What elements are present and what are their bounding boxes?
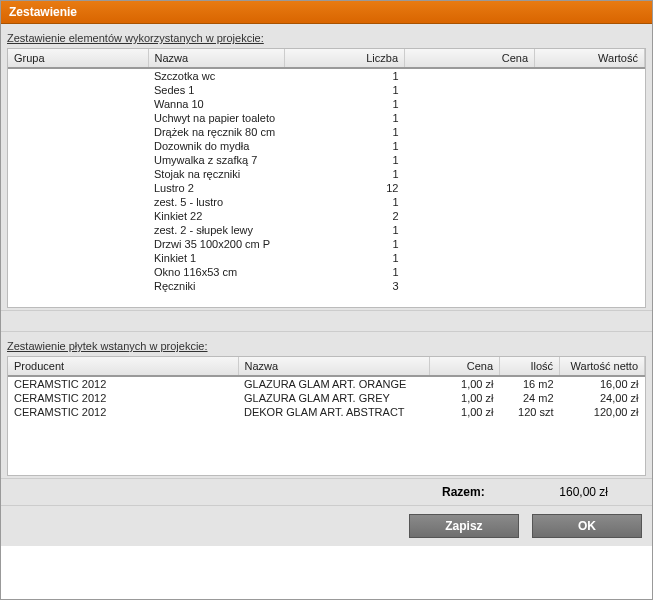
col-wartosc-netto[interactable]: Wartość netto bbox=[560, 357, 645, 376]
cell-ilosc: 16 m2 bbox=[500, 376, 560, 391]
cell-nazwa: zest. 2 - słupek lewy bbox=[148, 223, 285, 237]
table-row[interactable]: Szczotka wc1 bbox=[8, 68, 645, 83]
cell-cena bbox=[405, 279, 535, 293]
cell-nazwa: Lustro 2 bbox=[148, 181, 285, 195]
cell-wn: 24,00 zł bbox=[560, 391, 645, 405]
cell-liczba: 1 bbox=[285, 68, 405, 83]
cell-wn: 16,00 zł bbox=[560, 376, 645, 391]
col-cena[interactable]: Cena bbox=[405, 49, 535, 68]
section-elements: Zestawienie elementów wykorzystanych w p… bbox=[1, 24, 652, 310]
summary-label: Razem: bbox=[442, 485, 485, 499]
cell-grupa bbox=[8, 265, 148, 279]
button-bar: Zapisz OK bbox=[1, 505, 652, 546]
cell-wartosc bbox=[535, 279, 645, 293]
elements-table-wrap: Grupa Nazwa Liczba Cena Wartość Szczotka… bbox=[7, 48, 646, 308]
table-row[interactable]: Drążek na ręcznik 80 cm1 bbox=[8, 125, 645, 139]
table-row[interactable]: Stojak na ręczniki1 bbox=[8, 167, 645, 181]
cell-cena bbox=[405, 237, 535, 251]
col-grupa[interactable]: Grupa bbox=[8, 49, 148, 68]
cell-liczba: 1 bbox=[285, 251, 405, 265]
cell-liczba: 1 bbox=[285, 167, 405, 181]
table-row[interactable]: zest. 2 - słupek lewy1 bbox=[8, 223, 645, 237]
col-producent[interactable]: Producent bbox=[8, 357, 238, 376]
cell-producent: CERAMSTIC 2012 bbox=[8, 376, 238, 391]
table-row[interactable]: Kinkiet 11 bbox=[8, 251, 645, 265]
cell-wartosc bbox=[535, 167, 645, 181]
cell-grupa bbox=[8, 237, 148, 251]
cell-producent: CERAMSTIC 2012 bbox=[8, 391, 238, 405]
cell-liczba: 1 bbox=[285, 125, 405, 139]
cell-cena bbox=[405, 195, 535, 209]
cell-liczba: 1 bbox=[285, 111, 405, 125]
cell-grupa bbox=[8, 68, 148, 83]
table-row[interactable]: Umywalka z szafką 71 bbox=[8, 153, 645, 167]
table-row[interactable]: Kinkiet 222 bbox=[8, 209, 645, 223]
table-row[interactable]: Lustro 212 bbox=[8, 181, 645, 195]
cell-nazwa: GLAZURA GLAM ART. ORANGE bbox=[238, 376, 430, 391]
cell-grupa bbox=[8, 83, 148, 97]
cell-liczba: 1 bbox=[285, 265, 405, 279]
cell-wartosc bbox=[535, 251, 645, 265]
section-elements-title: Zestawienie elementów wykorzystanych w p… bbox=[7, 28, 646, 48]
tiles-table-wrap: Producent Nazwa Cena Ilość Wartość netto… bbox=[7, 356, 646, 476]
cell-nazwa: Ręczniki bbox=[148, 279, 285, 293]
save-button[interactable]: Zapisz bbox=[409, 514, 519, 538]
col-wartosc[interactable]: Wartość bbox=[535, 49, 645, 68]
cell-liczba: 1 bbox=[285, 195, 405, 209]
cell-cena bbox=[405, 97, 535, 111]
cell-liczba: 1 bbox=[285, 83, 405, 97]
ok-button[interactable]: OK bbox=[532, 514, 642, 538]
table-row[interactable]: zest. 5 - lustro1 bbox=[8, 195, 645, 209]
col-nazwa-2[interactable]: Nazwa bbox=[238, 357, 430, 376]
cell-cena: 1,00 zł bbox=[430, 376, 500, 391]
cell-producent: CERAMSTIC 2012 bbox=[8, 405, 238, 419]
cell-wartosc bbox=[535, 83, 645, 97]
cell-grupa bbox=[8, 181, 148, 195]
cell-nazwa: zest. 5 - lustro bbox=[148, 195, 285, 209]
cell-nazwa: Stojak na ręczniki bbox=[148, 167, 285, 181]
cell-liczba: 2 bbox=[285, 209, 405, 223]
window-title: Zestawienie bbox=[9, 5, 77, 19]
cell-nazwa: Drzwi 35 100x200 cm P bbox=[148, 237, 285, 251]
cell-nazwa: Sedes 1 bbox=[148, 83, 285, 97]
cell-ilosc: 120 szt bbox=[500, 405, 560, 419]
cell-cena bbox=[405, 265, 535, 279]
col-cena-2[interactable]: Cena bbox=[430, 357, 500, 376]
cell-cena bbox=[405, 125, 535, 139]
section-tiles-title: Zestawienie płytek wstanych w projekcie: bbox=[7, 336, 646, 356]
window-titlebar: Zestawienie bbox=[1, 1, 652, 24]
cell-liczba: 1 bbox=[285, 237, 405, 251]
cell-liczba: 1 bbox=[285, 139, 405, 153]
col-ilosc[interactable]: Ilość bbox=[500, 357, 560, 376]
col-nazwa[interactable]: Nazwa bbox=[148, 49, 285, 68]
cell-nazwa: Kinkiet 22 bbox=[148, 209, 285, 223]
table-row[interactable]: CERAMSTIC 2012GLAZURA GLAM ART. ORANGE1,… bbox=[8, 376, 645, 391]
table-row[interactable]: Uchwyt na papier toaleto1 bbox=[8, 111, 645, 125]
cell-cena bbox=[405, 181, 535, 195]
cell-cena bbox=[405, 153, 535, 167]
table-row[interactable]: Okno 116x53 cm1 bbox=[8, 265, 645, 279]
cell-grupa bbox=[8, 223, 148, 237]
cell-wartosc bbox=[535, 139, 645, 153]
cell-grupa bbox=[8, 195, 148, 209]
section-tiles: Zestawienie płytek wstanych w projekcie:… bbox=[1, 332, 652, 478]
cell-nazwa: Szczotka wc bbox=[148, 68, 285, 83]
cell-grupa bbox=[8, 111, 148, 125]
cell-grupa bbox=[8, 209, 148, 223]
table-row[interactable]: CERAMSTIC 2012GLAZURA GLAM ART. GREY1,00… bbox=[8, 391, 645, 405]
table-row[interactable]: Wanna 101 bbox=[8, 97, 645, 111]
cell-cena bbox=[405, 223, 535, 237]
cell-liczba: 3 bbox=[285, 279, 405, 293]
table-row[interactable]: Ręczniki3 bbox=[8, 279, 645, 293]
table-row[interactable]: Drzwi 35 100x200 cm P1 bbox=[8, 237, 645, 251]
table-row[interactable]: Sedes 11 bbox=[8, 83, 645, 97]
cell-nazwa: DEKOR GLAM ART. ABSTRACT bbox=[238, 405, 430, 419]
col-liczba[interactable]: Liczba bbox=[285, 49, 405, 68]
cell-liczba: 12 bbox=[285, 181, 405, 195]
table-row[interactable]: CERAMSTIC 2012DEKOR GLAM ART. ABSTRACT1,… bbox=[8, 405, 645, 419]
cell-grupa bbox=[8, 139, 148, 153]
cell-cena bbox=[405, 251, 535, 265]
cell-cena bbox=[405, 139, 535, 153]
table-row[interactable]: Dozownik do mydła1 bbox=[8, 139, 645, 153]
elements-table: Grupa Nazwa Liczba Cena Wartość Szczotka… bbox=[8, 49, 645, 293]
